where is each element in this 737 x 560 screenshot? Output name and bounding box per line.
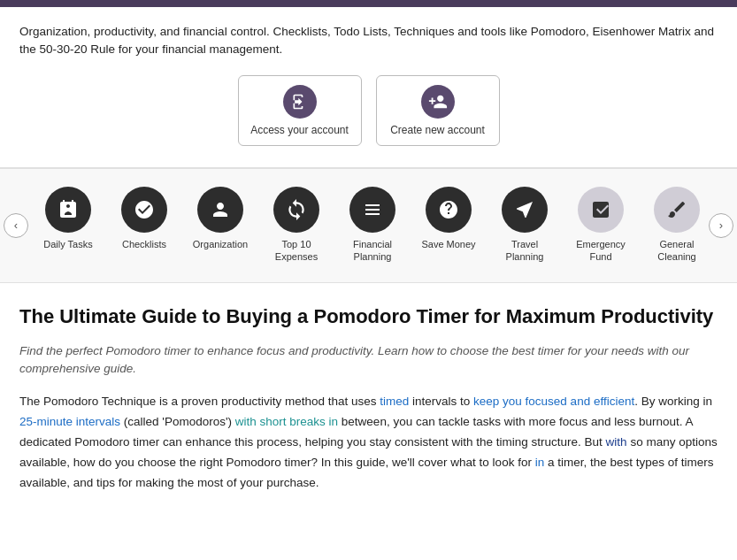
organization-label: Organization bbox=[193, 238, 248, 250]
financial-planning-label: Financial Planning bbox=[340, 238, 405, 264]
access-account-button[interactable]: Access your account bbox=[238, 75, 362, 146]
travel-planning-icon bbox=[502, 187, 548, 233]
article-section: The Ultimate Guide to Buying a Pomodoro … bbox=[0, 283, 737, 511]
create-account-label: Create new account bbox=[390, 124, 485, 136]
create-user-icon bbox=[421, 85, 455, 119]
travel-planning-label: Travel Planning bbox=[492, 238, 557, 264]
financial-planning-icon bbox=[349, 187, 395, 233]
category-item-checklists[interactable]: Checklists bbox=[108, 181, 180, 271]
category-item-daily-tasks[interactable]: Daily Tasks bbox=[32, 181, 104, 271]
left-arrow-button[interactable]: ‹ bbox=[4, 213, 28, 238]
categories-scroll: ‹ Daily Tasks Checklists bbox=[0, 178, 737, 274]
highlight-with: with short breaks in bbox=[235, 415, 338, 428]
emergency-fund-label: Emergency Fund bbox=[568, 238, 633, 264]
organization-icon bbox=[197, 187, 243, 233]
article-title: The Ultimate Guide to Buying a Pomodoro … bbox=[19, 304, 718, 330]
daily-tasks-icon bbox=[45, 187, 91, 233]
create-account-button[interactable]: Create new account bbox=[376, 75, 500, 146]
highlight-keep: keep you focused and efficient bbox=[473, 395, 634, 408]
save-money-icon bbox=[426, 187, 472, 233]
category-item-travel-planning[interactable]: Travel Planning bbox=[488, 181, 561, 271]
category-item-general-cleaning[interactable]: General Cleaning bbox=[641, 181, 705, 271]
intro-text: Organization, productivity, and financia… bbox=[19, 23, 718, 59]
category-item-emergency-fund[interactable]: Emergency Fund bbox=[564, 181, 637, 271]
article-body: The Pomodoro Technique is a proven produ… bbox=[19, 392, 718, 494]
login-icon bbox=[283, 85, 317, 119]
save-money-label: Save Money bbox=[421, 238, 475, 250]
category-item-financial-planning[interactable]: Financial Planning bbox=[336, 181, 409, 271]
top10expenses-label: Top 10 Expenses bbox=[264, 238, 329, 264]
highlight-timed: timed bbox=[380, 395, 409, 408]
emergency-fund-icon bbox=[578, 187, 624, 233]
right-arrow-button[interactable]: › bbox=[709, 213, 733, 238]
category-item-save-money[interactable]: Save Money bbox=[412, 181, 485, 271]
categories-list: Daily Tasks Checklists Organization bbox=[32, 178, 705, 274]
highlight-in: in bbox=[535, 456, 545, 469]
account-buttons: Access your account Create new account bbox=[19, 59, 718, 158]
checklists-label: Checklists bbox=[122, 238, 166, 250]
general-cleaning-label: General Cleaning bbox=[644, 238, 705, 264]
categories-section: ‹ Daily Tasks Checklists bbox=[0, 168, 737, 284]
access-account-label: Access your account bbox=[250, 124, 349, 136]
highlight-but: with bbox=[606, 435, 627, 449]
checklists-icon bbox=[121, 187, 167, 233]
daily-tasks-label: Daily Tasks bbox=[43, 238, 92, 250]
top-bar bbox=[0, 0, 737, 7]
general-cleaning-icon bbox=[654, 187, 700, 233]
top10expenses-icon bbox=[273, 187, 319, 233]
article-subtitle: Find the perfect Pomodoro timer to enhan… bbox=[19, 342, 718, 379]
intro-section: Organization, productivity, and financia… bbox=[0, 7, 737, 168]
category-item-top10expenses[interactable]: Top 10 Expenses bbox=[260, 181, 333, 271]
highlight-25min: 25-minute intervals bbox=[19, 415, 120, 428]
category-item-organization[interactable]: Organization bbox=[184, 181, 257, 271]
